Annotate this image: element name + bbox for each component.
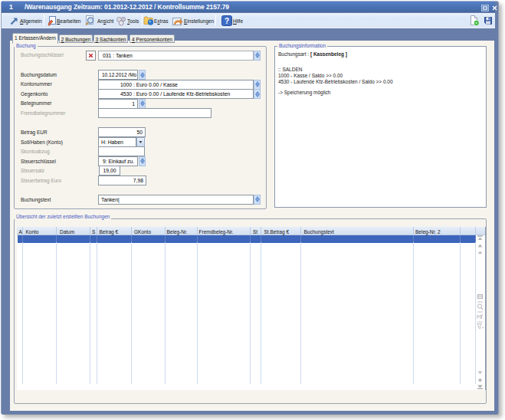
svg-text:?: ? <box>224 17 228 25</box>
